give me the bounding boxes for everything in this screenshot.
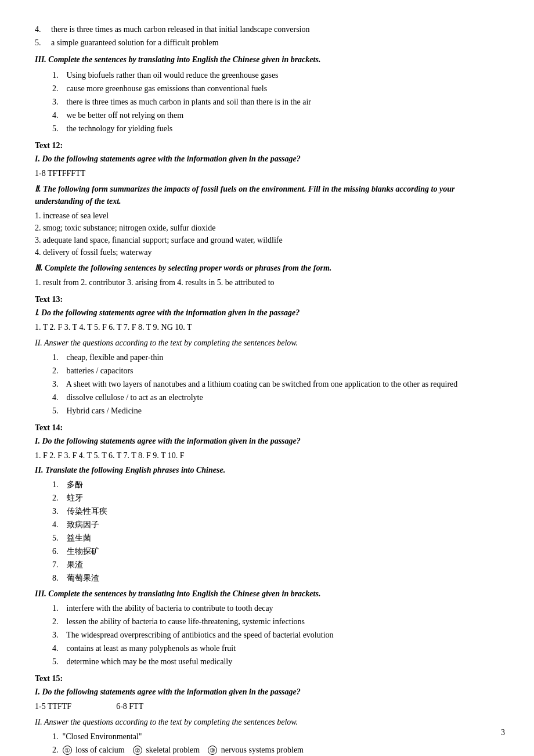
item-text: there is three times as much carbon rele… [51, 25, 310, 34]
text14-I-header: I. Do the following statements agree wit… [35, 435, 499, 447]
text12-II-item-4: 4. delivery of fossil fuels; waterway [35, 246, 499, 258]
text12-III-header: Ⅲ. Complete the following sentences by s… [35, 262, 499, 274]
text14-III-item-5: 5. determine which may be the most usefu… [52, 656, 499, 668]
text14-II-items: 1. 多酚 2. 蛀牙 3. 传染性耳疾 4. 致病因子 5. 益生菌 6. 生… [35, 478, 499, 584]
text15-I-header: I. Do the following statements agree wit… [35, 686, 499, 698]
text12-II-item-2: 2. smog; toxic substance; nitrogen oxide… [35, 222, 499, 234]
section-III-item-4: 4. we be better off not relying on them [52, 109, 499, 121]
text14-II-item-5: 5. 益生菌 [52, 532, 499, 544]
text12-III-answer: 1. result from 2. contributor 3. arising… [35, 276, 499, 289]
text14-III-item-4: 4. contains at least as many polyphenols… [52, 642, 499, 654]
section-III-items: 1. Using biofuels rather than oil would … [35, 69, 499, 135]
text15-label: Text 15: [35, 672, 499, 685]
text14-II-item-2: 2. 蛀牙 [52, 492, 499, 504]
text15-II-item-1: 1. "Closed Environmental" [52, 730, 499, 743]
text14-III-header: III. Complete the sentences by translati… [35, 588, 499, 600]
text14-II-item-8: 8. 葡萄果渣 [52, 572, 499, 584]
opening-item-5: 5. a simple guaranteed solution for a di… [35, 37, 499, 49]
text15-II-header: II. Answer the questions according to th… [35, 716, 499, 728]
text13-II-item-5: 5. Hybrid cars / Medicine [52, 405, 499, 417]
item-num: 4. [35, 25, 41, 34]
text14-III-items: 1. interfere with the ability of bacteri… [35, 602, 499, 668]
text14-II-header: II. Translate the following English phra… [35, 464, 499, 476]
text13-II-item-3: 3. A sheet with two layers of nanotubes … [52, 378, 499, 390]
item-text: a simple guaranteed solution for a diffi… [51, 38, 219, 47]
text12-I-answer: 1-8 TFTFFFTT [35, 167, 499, 179]
text14-label: Text 14: [35, 422, 499, 434]
text13-II-item-4: 4. dissolve cellulose / to act as an ele… [52, 391, 499, 404]
text13-II-header: II. Answer the questions according to th… [35, 337, 499, 349]
text13-I-header: Ⅰ. Do the following statements agree wit… [35, 307, 499, 319]
section-III-item-1: 1. Using biofuels rather than oil would … [52, 69, 499, 81]
text12-II-item-1: 1. increase of sea level [35, 210, 499, 222]
text12-II-item-3: 3. adequate land space, financial suppor… [35, 234, 499, 246]
text13-II-item-1: 1. cheap, flexible and paper-thin [52, 351, 499, 363]
section-III-item-5: 5. the technology for yielding fuels [52, 123, 499, 135]
text15-II-item-2: 2. ① loss of calcium ② skeletal problem … [52, 744, 499, 756]
section-III-header: III. Complete the sentences by translati… [35, 53, 499, 66]
text14-I-answer: 1. F 2. F 3. F 4. T 5. T 6. T 7. T 8. F … [35, 449, 499, 462]
text13-II-item-2: 2. batteries / capacitors [52, 365, 499, 377]
text14-II-item-3: 3. 传染性耳疾 [52, 505, 499, 517]
text12-I-header: I. Do the following statements agree wit… [35, 153, 499, 165]
opening-items: 4. there is three times as much carbon r… [35, 23, 499, 49]
text14-III-item-3: 3. The widespread overprescribing of ant… [52, 629, 499, 641]
text15-II-items: 1. "Closed Environmental" 2. ① loss of c… [35, 730, 499, 756]
text14-II-item-1: 1. 多酚 [52, 478, 499, 491]
text12-II-items: 1. increase of sea level 2. smog; toxic … [35, 210, 499, 258]
text12-label: Text 12: [35, 139, 499, 152]
page-number: 3 [501, 726, 505, 739]
opening-item-4: 4. there is three times as much carbon r… [35, 23, 499, 35]
text13-II-items: 1. cheap, flexible and paper-thin 2. bat… [35, 351, 499, 417]
text13-I-answer: 1. T 2. F 3. T 4. T 5. F 6. T 7. F 8. T … [35, 321, 499, 333]
text14-II-item-6: 6. 生物探矿 [52, 545, 499, 557]
text12-II-header: Ⅱ. The following form summarizes the imp… [35, 183, 499, 207]
item-num: 5. [35, 38, 41, 47]
text13-label: Text 13: [35, 293, 499, 305]
text14-II-item-4: 4. 致病因子 [52, 519, 499, 531]
text15-I-answer: 1-5 TTFTF 6-8 FTT [35, 700, 499, 712]
section-III-item-2: 2. cause more greenhouse gas emissions t… [52, 82, 499, 95]
text14-II-item-7: 7. 果渣 [52, 559, 499, 571]
text14-III-item-2: 2. lessen the ability of bacteria to cau… [52, 615, 499, 628]
section-III-item-3: 3. there is three times as much carbon i… [52, 96, 499, 108]
text14-III-item-1: 1. interfere with the ability of bacteri… [52, 602, 499, 614]
